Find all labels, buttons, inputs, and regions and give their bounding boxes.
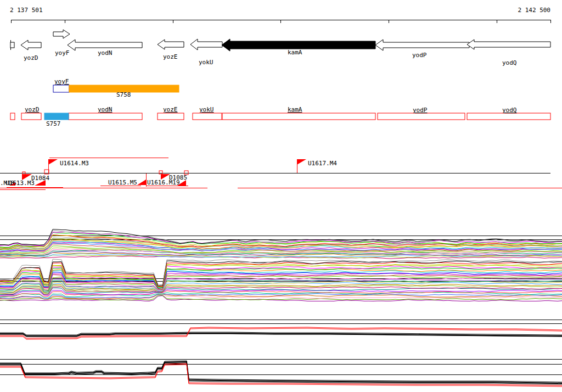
genome-browser-scene: yozDyoyFyodNyozEyokUkamAyodPyodQyoyFS758… xyxy=(0,0,562,392)
feature-flag-label-U1617.M4[interactable]: U1617.M4 xyxy=(308,160,337,167)
gene-arrow-label-kamA: kamA xyxy=(288,49,302,56)
gene-arrow-yodQ[interactable] xyxy=(467,40,550,49)
gene-box-yozD[interactable] xyxy=(21,113,41,120)
gene-arrow-label-yodP: yodP xyxy=(412,52,427,59)
feature-flag-marker-U1615.M5[interactable] xyxy=(137,180,146,185)
feature-marker-square-2 xyxy=(159,171,162,174)
gene-box-label-yokU[interactable]: yokU xyxy=(199,106,214,113)
gene-box-yodP[interactable] xyxy=(378,113,465,120)
feature-flag-label-U1615.M5[interactable]: U1615.M5 xyxy=(108,179,137,186)
gene-box-yozE[interactable] xyxy=(158,113,184,120)
gene-box-label-yodQ[interactable]: yodQ xyxy=(502,107,517,114)
gene-arrow-yokU[interactable] xyxy=(190,39,222,50)
profile-line-lower-bundle-15 xyxy=(0,280,562,292)
gene-box-kamA[interactable] xyxy=(222,113,375,120)
feature-flag-label-U1613.M3[interactable]: U1613.M3 xyxy=(5,180,35,187)
segment-yoyF-label[interactable]: yoyF xyxy=(54,78,69,85)
segment-S757-box[interactable] xyxy=(44,113,69,120)
segment-S758-label: S758 xyxy=(116,91,131,98)
gene-box-yodN[interactable] xyxy=(69,113,142,120)
segment-S757-label: S757 xyxy=(46,120,61,127)
gene-arrow-yodN[interactable] xyxy=(68,40,142,51)
gene-arrow-label-yoyF: yoyF xyxy=(55,49,70,57)
gene-arrow-yoyF[interactable] xyxy=(53,30,70,38)
gene-arrow-label-yozD: yozD xyxy=(24,54,38,61)
gene-arrow-label-yokU: yokU xyxy=(199,59,213,66)
gene-arrow-label-yodN: yodN xyxy=(98,49,113,57)
gene-arrow-yozD[interactable] xyxy=(21,40,41,50)
feature-flag-label-U1616.M19[interactable]: U1616.M19 xyxy=(147,179,180,186)
feature-flag-U1614.M3[interactable] xyxy=(48,159,58,165)
gene-box-label-yozE[interactable]: yozE xyxy=(163,106,178,113)
feature-flag-label-U1614.M3[interactable]: U1614.M3 xyxy=(60,160,89,167)
gene-box-yodQ[interactable] xyxy=(467,113,550,120)
segment-yoyF-box[interactable] xyxy=(53,85,69,92)
feature-flag-U1617.M4[interactable] xyxy=(297,159,306,165)
gene-box-partial xyxy=(10,113,15,120)
gene-arrow-yozE[interactable] xyxy=(158,40,184,49)
gene-box-yokU[interactable] xyxy=(193,113,222,120)
gene-arrow-yodP[interactable] xyxy=(375,40,469,51)
gene-box-label-yozD[interactable]: yozD xyxy=(25,106,40,113)
gene-box-label-yodP[interactable]: yodP xyxy=(413,107,428,114)
gene-box-label-kamA[interactable]: kamA xyxy=(288,106,302,113)
partial-gene-box xyxy=(10,42,14,48)
gene-arrow-label-yodQ: yodQ xyxy=(502,59,517,66)
genome-browser-canvas: 2 137 501 2 142 500 yozDyoyFyodNyozEyokU… xyxy=(0,0,562,392)
gene-arrow-label-yozE: yozE xyxy=(163,53,178,60)
gene-box-label-yodN[interactable]: yodN xyxy=(98,106,113,113)
